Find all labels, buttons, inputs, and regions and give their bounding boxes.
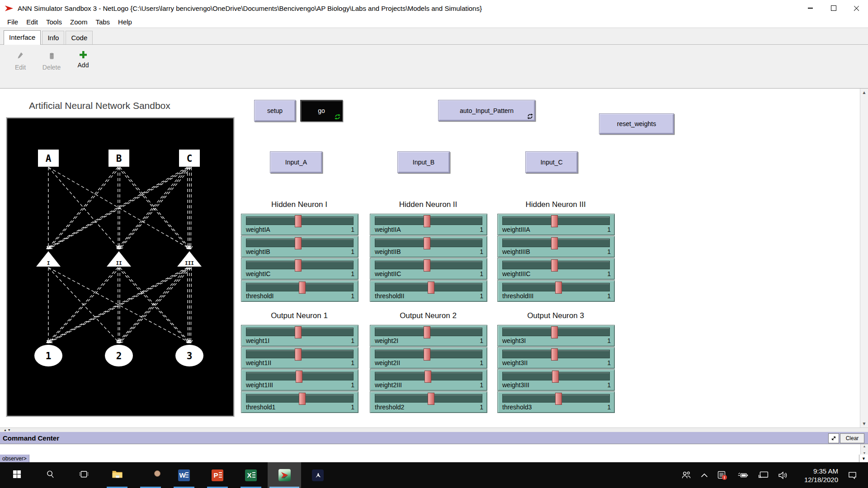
taskbar-icon-start[interactable] [0, 462, 33, 488]
slider-handle[interactable] [424, 259, 430, 272]
slider-weightiiic[interactable]: weightIIIC1 [497, 258, 615, 280]
taskbar-icon-task-view[interactable] [67, 462, 100, 488]
slider-weight3i[interactable]: weight3I1 [497, 325, 615, 347]
menu-item-tabs[interactable]: Tabs [91, 18, 114, 26]
slider-handle[interactable] [299, 393, 306, 405]
tray-icon-network-display[interactable] [758, 471, 769, 479]
slider-handle[interactable] [551, 259, 558, 272]
slider-handle[interactable] [424, 237, 430, 249]
slider-handle[interactable] [295, 237, 302, 249]
tray-icon-speaker[interactable] [778, 471, 788, 479]
slider-handle[interactable] [551, 237, 558, 249]
taskbar-icon-powerpoint[interactable]: P [201, 462, 234, 488]
slider-weightiib[interactable]: weightIIB1 [370, 236, 487, 258]
taskbar-icon-search[interactable] [33, 462, 67, 488]
netlogo-world-view[interactable]: ABCIIIIII123 [6, 117, 234, 417]
slider-handle[interactable] [551, 348, 558, 361]
slider-handle[interactable] [552, 371, 559, 383]
slider-handle[interactable] [551, 326, 558, 338]
scroll-up-icon[interactable]: ▲ [862, 90, 867, 95]
slider-weight2i[interactable]: weight2I1 [370, 325, 487, 347]
tray-icon-action-center[interactable] [848, 471, 857, 479]
slider-handle[interactable] [295, 215, 302, 227]
slider-handle[interactable] [299, 282, 306, 294]
command-history-dropdown[interactable]: ▼ [859, 455, 868, 462]
scroll-up-icon[interactable]: ▲ [863, 445, 866, 448]
tab-interface[interactable]: Interface [4, 30, 41, 45]
slider-weightiia[interactable]: weightIIA1 [370, 214, 487, 235]
slider-handle[interactable] [295, 348, 302, 361]
slider-weight1ii[interactable]: weight1II1 [241, 347, 359, 369]
auto-input-pattern-button[interactable]: auto_Input_Pattern [438, 100, 535, 121]
splitter-arrows-icon[interactable]: ▲ ▼ [4, 428, 11, 432]
slider-threshold3[interactable]: threshold31 [497, 391, 615, 413]
slider-weightia[interactable]: weightIA1 [241, 214, 359, 235]
slider-handle[interactable] [425, 371, 431, 383]
taskbar-icon-netlogo[interactable] [268, 462, 301, 488]
slider-handle[interactable] [428, 393, 434, 405]
menu-item-tools[interactable]: Tools [42, 18, 66, 26]
tray-icon-battery[interactable] [737, 472, 749, 479]
slider-handle[interactable] [424, 215, 430, 227]
menu-item-help[interactable]: Help [114, 18, 136, 26]
maximize-button[interactable] [822, 0, 845, 16]
slider-weight1i[interactable]: weight1I1 [241, 325, 359, 347]
minimize-button[interactable] [799, 0, 822, 16]
menu-item-edit[interactable]: Edit [22, 18, 42, 26]
close-button[interactable] [845, 0, 868, 16]
scroll-down-icon[interactable]: ▼ [862, 421, 867, 426]
taskbar-icon-word[interactable]: W [167, 462, 201, 488]
slider-handle[interactable] [424, 348, 430, 361]
command-input[interactable] [29, 455, 859, 462]
slider-weightic[interactable]: weightIC1 [241, 258, 359, 280]
go-button[interactable]: go [300, 100, 343, 122]
edit-tool-button[interactable]: Edit [6, 51, 34, 71]
slider-handle[interactable] [555, 282, 562, 294]
slider-thresholdii[interactable]: thresholdII1 [370, 280, 487, 302]
input-c-button[interactable]: Input_C [525, 151, 578, 173]
taskbar-icon-chrome[interactable] [134, 462, 167, 488]
clear-button[interactable]: Clear [840, 433, 864, 443]
output-scrollbar[interactable]: ▲ ▼ [860, 444, 868, 455]
slider-weight3iii[interactable]: weight3III1 [497, 369, 615, 391]
slider-weight1iii[interactable]: weight1III1 [241, 369, 359, 391]
slider-thresholdi[interactable]: thresholdI1 [241, 280, 359, 302]
taskbar-clock[interactable]: 9:35 AM 12/18/2020 [797, 467, 838, 484]
slider-handle[interactable] [296, 371, 302, 383]
slider-weight3ii[interactable]: weight3II1 [497, 347, 615, 369]
slider-threshold2[interactable]: threshold21 [370, 391, 487, 413]
slider-weightib[interactable]: weightIB1 [241, 236, 359, 258]
delete-tool-button[interactable]: Delete [37, 51, 66, 71]
slider-handle[interactable] [428, 282, 434, 294]
slider-thresholdiii[interactable]: thresholdIII1 [497, 280, 615, 302]
tray-icon-chevron-up[interactable] [701, 473, 708, 478]
tab-code[interactable]: Code [66, 31, 93, 44]
input-b-button[interactable]: Input_B [397, 151, 450, 173]
command-center-expand-button[interactable] [828, 433, 839, 443]
tray-icon-security-badge[interactable]: ! [717, 470, 727, 480]
observer-prompt[interactable]: observer> [0, 455, 29, 462]
slider-weightiiia[interactable]: weightIIIA1 [497, 214, 615, 235]
slider-handle[interactable] [424, 326, 430, 338]
vertical-scrollbar[interactable]: ▲ ▼ [860, 89, 868, 427]
slider-handle[interactable] [551, 215, 558, 227]
command-center-output[interactable]: ▲ ▼ [0, 444, 868, 455]
slider-weightiiib[interactable]: weightIIIB1 [497, 236, 615, 258]
taskbar-icon-acrobat[interactable] [301, 462, 335, 488]
setup-button[interactable]: setup [254, 100, 296, 122]
tab-info[interactable]: Info [42, 31, 64, 44]
add-widget-button[interactable]: Add [71, 51, 95, 69]
slider-weight2iii[interactable]: weight2III1 [370, 369, 487, 391]
slider-handle[interactable] [555, 393, 562, 405]
slider-weight2ii[interactable]: weight2II1 [370, 347, 487, 369]
slider-handle[interactable] [295, 259, 302, 272]
slider-weightiic[interactable]: weightIIC1 [370, 258, 487, 280]
slider-handle[interactable] [295, 326, 302, 338]
taskbar-icon-file-explorer[interactable] [100, 462, 134, 488]
tray-icon-people[interactable] [681, 471, 691, 479]
taskbar-icon-excel[interactable]: X [234, 462, 268, 488]
menu-item-file[interactable]: File [3, 18, 22, 26]
scroll-down-icon[interactable]: ▼ [863, 451, 866, 455]
reset-weights-button[interactable]: reset_weights [599, 113, 674, 134]
input-a-button[interactable]: Input_A [270, 151, 322, 173]
